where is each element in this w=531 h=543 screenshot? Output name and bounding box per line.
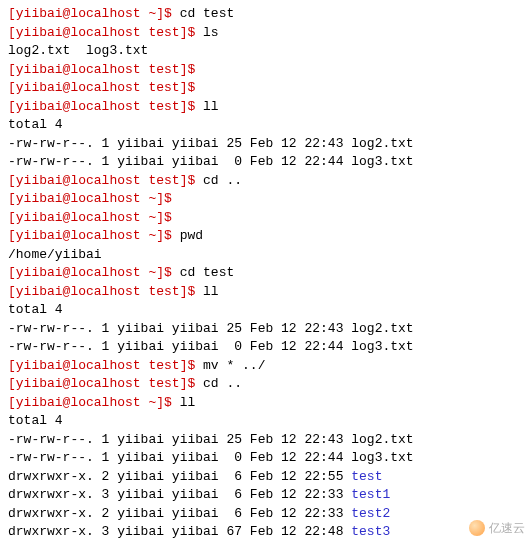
output-pwd: /home/yiibai <box>8 246 523 265</box>
cmd-ll: ll <box>180 395 196 410</box>
dir-test1: test1 <box>351 487 390 502</box>
output-file-log2: -rw-rw-r--. 1 yiibai yiibai 25 Feb 12 22… <box>8 320 523 339</box>
cmd-ls: ls <box>203 25 219 40</box>
output-dir-test2: drwxrwxr-x. 2 yiibai yiibai 6 Feb 12 22:… <box>8 506 351 521</box>
prompt-home: [yiibai@localhost ~]$ <box>8 210 180 225</box>
cmd-ll: ll <box>203 99 219 114</box>
cmd-cd-up: cd .. <box>203 376 242 391</box>
cmd-pwd: pwd <box>180 228 203 243</box>
prompt-home: [yiibai@localhost ~]$ <box>8 6 180 21</box>
output-total: total 4 <box>8 412 523 431</box>
prompt-test: [yiibai@localhost test]$ <box>8 62 203 77</box>
cmd-cd-up: cd .. <box>203 173 242 188</box>
watermark: 亿速云 <box>469 519 525 538</box>
watermark-text: 亿速云 <box>489 519 525 538</box>
output-dir-test: drwxrwxr-x. 2 yiibai yiibai 6 Feb 12 22:… <box>8 469 351 484</box>
prompt-home: [yiibai@localhost ~]$ <box>8 228 180 243</box>
prompt-test: [yiibai@localhost test]$ <box>8 376 203 391</box>
prompt-test: [yiibai@localhost test]$ <box>8 284 203 299</box>
terminal-output: [yiibai@localhost ~]$ cd test [yiibai@lo… <box>8 5 523 542</box>
output-file-log3: -rw-rw-r--. 1 yiibai yiibai 0 Feb 12 22:… <box>8 449 523 468</box>
prompt-home: [yiibai@localhost ~]$ <box>8 265 180 280</box>
output-file-log3: -rw-rw-r--. 1 yiibai yiibai 0 Feb 12 22:… <box>8 153 523 172</box>
prompt-test: [yiibai@localhost test]$ <box>8 25 203 40</box>
cmd-cd-test: cd test <box>180 6 235 21</box>
prompt-test: [yiibai@localhost test]$ <box>8 173 203 188</box>
output-ls: log2.txt log3.txt <box>8 42 523 61</box>
prompt-home: [yiibai@localhost ~]$ <box>8 395 180 410</box>
dir-test2: test2 <box>351 506 390 521</box>
dir-test: test <box>351 469 382 484</box>
prompt-test: [yiibai@localhost test]$ <box>8 99 203 114</box>
cmd-mv: mv * ../ <box>203 358 265 373</box>
output-file-log2: -rw-rw-r--. 1 yiibai yiibai 25 Feb 12 22… <box>8 135 523 154</box>
output-dir-test3: drwxrwxr-x. 3 yiibai yiibai 67 Feb 12 22… <box>8 524 351 539</box>
cmd-ll: ll <box>203 284 219 299</box>
output-total: total 4 <box>8 301 523 320</box>
prompt-home: [yiibai@localhost ~]$ <box>8 191 180 206</box>
output-file-log2: -rw-rw-r--. 1 yiibai yiibai 25 Feb 12 22… <box>8 431 523 450</box>
dir-test3: test3 <box>351 524 390 539</box>
prompt-test: [yiibai@localhost test]$ <box>8 80 203 95</box>
prompt-test: [yiibai@localhost test]$ <box>8 358 203 373</box>
output-dir-test1: drwxrwxr-x. 3 yiibai yiibai 6 Feb 12 22:… <box>8 487 351 502</box>
logo-icon <box>469 520 485 536</box>
output-file-log3: -rw-rw-r--. 1 yiibai yiibai 0 Feb 12 22:… <box>8 338 523 357</box>
cmd-cd-test: cd test <box>180 265 235 280</box>
output-total: total 4 <box>8 116 523 135</box>
